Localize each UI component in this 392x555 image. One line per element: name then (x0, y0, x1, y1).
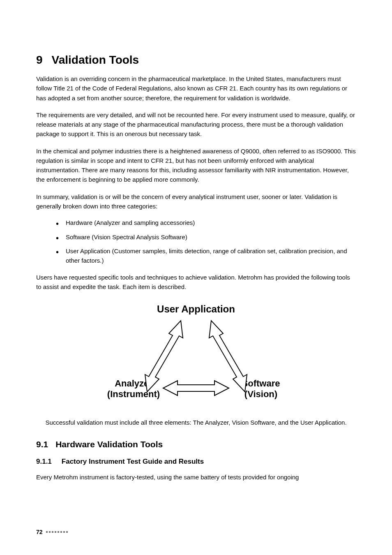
body-para-6: Every Metrohm instrument is factory-test… (36, 472, 356, 482)
body-para-2: The requirements are very detailed, and … (36, 110, 356, 139)
section-heading: 9Validation Tools (36, 53, 356, 67)
arrow-bottom-icon (163, 381, 229, 395)
page-footer: 72 (36, 529, 68, 535)
body-para-4: In summary, validation is or will be the… (36, 192, 356, 211)
body-para-1: Validation is an overriding concern in t… (36, 74, 356, 103)
validation-diagram: User Application Analyzer (Instrument) S… (36, 301, 356, 408)
h2-title: Hardware Validation Tools (55, 439, 163, 449)
subsection-heading: 9.1Hardware Validation Tools (36, 439, 356, 449)
footer-dots-icon (46, 531, 68, 533)
h3-title: Factory Instrument Test Guide and Result… (62, 458, 204, 465)
diagram-top-label: User Application (157, 303, 235, 314)
diagram-caption: Successful validation must include all t… (44, 418, 348, 427)
diagram-right-label-1: Software (242, 378, 280, 388)
page-number: 72 (36, 529, 43, 535)
diagram-right-label-2: (Vision) (244, 389, 277, 399)
body-para-5: Users have requested specific tools and … (36, 273, 356, 292)
bullet-item: User Application (Customer samples, limi… (56, 247, 356, 265)
diagram-left-label-2: (Instrument) (107, 389, 160, 399)
heading-number: 9 (36, 53, 43, 67)
bullet-item: Hardware (Analyzer and sampling accessor… (56, 218, 356, 228)
body-para-3: In the chemical and polymer industries t… (36, 146, 356, 185)
h2-number: 9.1 (36, 439, 48, 449)
bullet-item: Software (Vision Spectral Analysis Softw… (56, 233, 356, 242)
heading-title: Validation Tools (52, 53, 139, 66)
bullet-list: Hardware (Analyzer and sampling accessor… (36, 218, 356, 265)
h3-number: 9.1.1 (36, 458, 52, 466)
subsubsection-heading: 9.1.1Factory Instrument Test Guide and R… (36, 458, 356, 466)
